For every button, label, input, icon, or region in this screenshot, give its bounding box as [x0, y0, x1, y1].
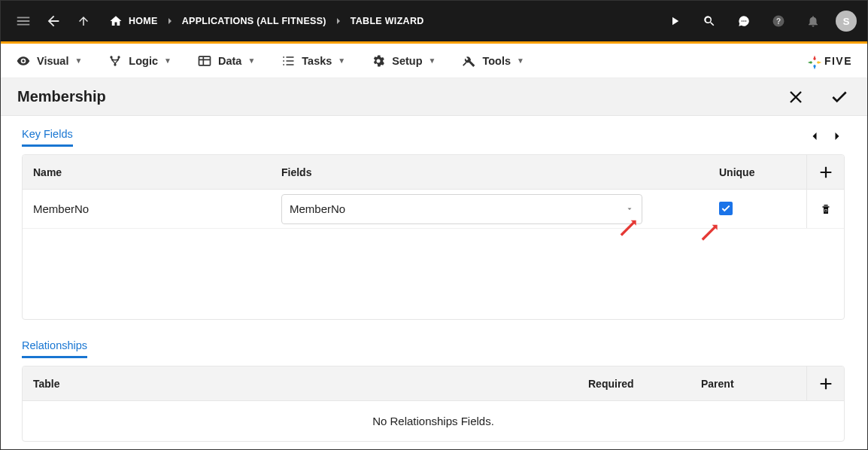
- col-header-parent: Parent: [701, 378, 806, 390]
- svg-point-2: [745, 20, 747, 22]
- col-header-unique: Unique: [701, 166, 806, 178]
- avatar[interactable]: S: [836, 11, 857, 32]
- delete-row-button[interactable]: [806, 190, 844, 228]
- row-name: MemberNo: [23, 202, 278, 215]
- unique-checkbox[interactable]: [719, 202, 733, 215]
- up-icon[interactable]: [71, 9, 96, 33]
- table-row: MemberNo MemberNo: [23, 190, 844, 229]
- nav-label: Visual: [37, 55, 68, 67]
- relationships-table: Table Required Parent No Relationships F…: [22, 366, 845, 442]
- col-header-required: Required: [588, 378, 701, 390]
- bell-icon[interactable]: [801, 9, 825, 33]
- relationships-empty-message: No Relationships Fields.: [23, 401, 844, 441]
- breadcrumb-home[interactable]: HOME: [129, 16, 158, 26]
- close-button[interactable]: [785, 86, 807, 108]
- nav-tasks[interactable]: Tasks ▼: [281, 53, 345, 68]
- breadcrumb: HOME APPLICATIONS (ALL FITNESS) TABLE WI…: [109, 14, 424, 28]
- chat-icon[interactable]: [732, 9, 756, 33]
- chevron-down-icon: [625, 202, 634, 215]
- nav-label: Setup: [392, 55, 422, 67]
- svg-rect-9: [199, 56, 210, 65]
- svg-point-1: [743, 20, 745, 22]
- field-select-value: MemberNo: [290, 202, 345, 215]
- chevron-down-icon: ▼: [338, 56, 345, 65]
- svg-point-0: [742, 20, 743, 22]
- col-header-table: Table: [23, 378, 588, 390]
- section-title: Relationships: [22, 339, 87, 358]
- confirm-button[interactable]: [828, 86, 851, 108]
- svg-point-5: [22, 59, 24, 62]
- key-fields-table: Name Fields Unique MemberNo MemberNo: [22, 154, 845, 320]
- svg-text:?: ?: [776, 17, 781, 26]
- add-relationship-button[interactable]: [806, 366, 844, 400]
- row-fields: MemberNo: [278, 194, 701, 224]
- nav-label: Data: [218, 55, 241, 67]
- menu-icon[interactable]: [11, 9, 35, 33]
- section-relationships: Relationships Table Required Parent No R…: [11, 336, 855, 442]
- field-select[interactable]: MemberNo: [281, 194, 642, 224]
- avatar-initial: S: [843, 16, 850, 27]
- chevron-right-icon: [164, 15, 176, 27]
- section-key-fields: Key Fields Name Fields Unique Member: [11, 125, 855, 320]
- chevron-down-icon: ▼: [247, 56, 255, 65]
- nav-setup[interactable]: Setup ▼: [371, 53, 436, 68]
- nav-data[interactable]: Data ▼: [197, 53, 255, 68]
- section-title: Key Fields: [22, 128, 73, 147]
- nav-logic[interactable]: Logic ▼: [108, 53, 171, 68]
- next-icon[interactable]: [830, 129, 845, 147]
- chevron-down-icon: ▼: [429, 56, 436, 65]
- row-unique: [701, 202, 806, 216]
- nav-label: Logic: [129, 55, 158, 67]
- top-bar: HOME APPLICATIONS (ALL FITNESS) TABLE WI…: [1, 1, 867, 41]
- chevron-right-icon: [332, 15, 344, 27]
- col-header-name: Name: [23, 166, 278, 178]
- chevron-down-icon: ▼: [74, 56, 82, 65]
- brand-text: FIVE: [824, 55, 852, 67]
- nav-visual[interactable]: Visual ▼: [16, 53, 82, 68]
- chevron-down-icon: ▼: [164, 56, 171, 65]
- chevron-down-icon: ▼: [517, 56, 524, 65]
- page-title: Membership: [17, 88, 106, 105]
- prev-icon[interactable]: [807, 129, 822, 147]
- play-icon[interactable]: [663, 9, 687, 33]
- home-icon[interactable]: [109, 14, 123, 28]
- empty-space: [23, 229, 844, 319]
- nav-tools[interactable]: Tools ▼: [461, 53, 524, 68]
- brand-logo: FIVE: [806, 54, 852, 68]
- help-icon[interactable]: ?: [766, 9, 791, 33]
- title-bar: Membership: [1, 78, 867, 116]
- add-key-field-button[interactable]: [806, 155, 844, 189]
- search-icon[interactable]: [697, 9, 721, 33]
- secondary-nav: Visual ▼ Logic ▼ Data ▼ Tasks ▼ Setup ▼ …: [1, 44, 867, 78]
- brand-icon: [806, 54, 820, 68]
- nav-label: Tasks: [302, 55, 332, 67]
- breadcrumb-table-wizard[interactable]: TABLE WIZARD: [351, 16, 424, 26]
- nav-label: Tools: [482, 55, 511, 67]
- col-header-fields: Fields: [278, 166, 701, 178]
- breadcrumb-applications[interactable]: APPLICATIONS (ALL FITNESS): [182, 16, 326, 26]
- content-area: Key Fields Name Fields Unique Member: [1, 116, 867, 450]
- back-icon[interactable]: [41, 9, 65, 33]
